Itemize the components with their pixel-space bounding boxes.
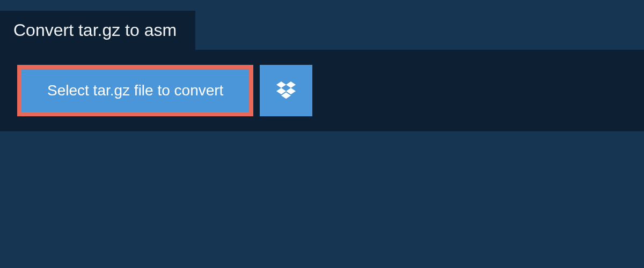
dropbox-button[interactable] [260, 65, 312, 116]
select-file-label: Select tar.gz file to convert [47, 82, 223, 99]
dropbox-icon [276, 80, 296, 101]
select-file-button[interactable]: Select tar.gz file to convert [17, 65, 253, 116]
header-tab: Convert tar.gz to asm [0, 11, 195, 50]
button-row: Select tar.gz file to convert [17, 65, 627, 116]
content-panel: Select tar.gz file to convert [0, 50, 644, 131]
page-title: Convert tar.gz to asm [13, 20, 177, 40]
